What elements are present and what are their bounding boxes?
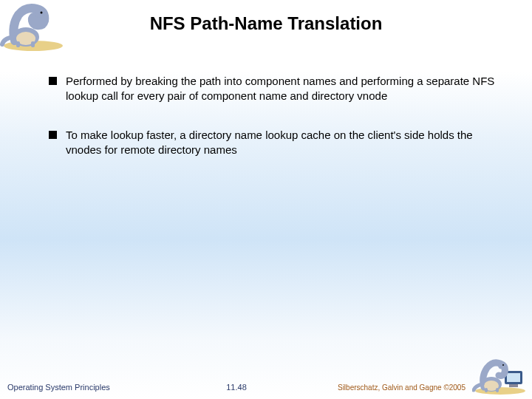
svg-rect-10 [509, 384, 518, 387]
svg-rect-5 [16, 41, 20, 47]
bullet-item: To make lookup faster, a directory name … [49, 128, 495, 158]
footer-page-number: 11.48 [226, 383, 247, 392]
footer-copyright: Silberschatz, Galvin and Gagne ©2005 [338, 383, 466, 392]
dinosaur-logo-bottom-right [472, 355, 528, 395]
svg-rect-6 [31, 41, 35, 47]
square-bullet-icon [49, 131, 57, 139]
bullet-text: To make lookup faster, a directory name … [66, 128, 495, 158]
square-bullet-icon [49, 77, 57, 85]
slide-title: NFS Path-Name Translation [0, 13, 532, 34]
svg-point-14 [502, 364, 504, 366]
footer: Operating System Principles 11.48 Silber… [7, 383, 466, 392]
svg-rect-9 [507, 373, 520, 382]
bullet-item: Performed by breaking the path into comp… [49, 74, 495, 104]
svg-rect-15 [485, 388, 488, 392]
footer-book-title: Operating System Principles [7, 383, 110, 392]
bullet-text: Performed by breaking the path into comp… [66, 74, 495, 104]
slide: NFS Path-Name Translation Performed by b… [0, 0, 532, 399]
content-area: Performed by breaking the path into comp… [49, 74, 495, 181]
svg-point-13 [498, 363, 505, 369]
svg-rect-16 [496, 388, 499, 392]
